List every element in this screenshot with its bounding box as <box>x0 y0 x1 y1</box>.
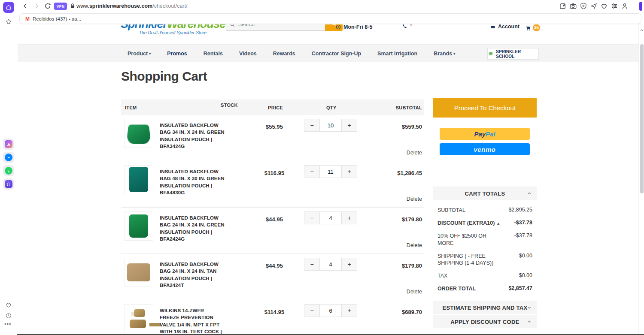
podcasts-icon[interactable] <box>3 178 14 190</box>
product-name[interactable]: INSULATED BACKFLOW BAG 24 IN. X 24 IN. T… <box>160 261 225 289</box>
phone-icon <box>402 24 408 30</box>
favorites-heart-icon[interactable] <box>3 299 14 311</box>
reload-icon[interactable] <box>44 2 52 10</box>
profile-icon[interactable] <box>621 2 629 10</box>
browser-tab[interactable]: M Recibidos (437) - aa... <box>19 13 641 24</box>
search-input[interactable] <box>238 24 303 27</box>
account-link[interactable]: Account <box>490 24 519 30</box>
adblock-shield-icon[interactable] <box>580 2 587 10</box>
back-icon[interactable] <box>21 2 29 10</box>
whatsapp-icon[interactable] <box>3 165 14 176</box>
totals-value: $2,895.25 <box>508 207 532 214</box>
page-scrollbar[interactable] <box>638 24 644 335</box>
url-bar[interactable]: www.sprinklerwarehouse.com/checkout/cart… <box>76 3 187 9</box>
cart-totals-header[interactable]: CART TOTALS <box>433 187 537 200</box>
product-name[interactable]: INSULATED BACKFLOW BAG 24 IN. X 24 IN. G… <box>160 214 225 242</box>
qty-decrease-button[interactable]: − <box>304 211 320 224</box>
messenger-icon[interactable] <box>3 152 14 163</box>
history-clock-icon[interactable] <box>3 310 14 321</box>
delete-link[interactable]: Delete <box>407 196 422 202</box>
apply-discount-header[interactable]: APPLY DISCOUNT CODE <box>433 315 537 328</box>
product-name[interactable]: WILKINS 14-ZWFR FREEZE PREVENTION VALVE … <box>160 307 225 335</box>
app-icon-arc[interactable] <box>3 139 14 150</box>
totals-label: SHIPPING ( - FREE SHIPPING (1-4 DAYS))▲ <box>437 253 502 267</box>
delete-link[interactable]: Delete <box>407 150 422 156</box>
product-subtotal: $179.80 <box>402 263 422 269</box>
quantity-stepper: − + <box>304 258 357 271</box>
sprinkler-school-badge[interactable]: SPRINKLER SCHOOL <box>487 48 539 60</box>
delete-link[interactable]: Delete <box>407 242 422 248</box>
totals-value: -$37.78 <box>514 232 532 247</box>
qty-increase-button[interactable]: + <box>341 304 357 317</box>
totals-label: 10% OFF $2500 OR MORE▲ <box>437 232 502 247</box>
estimate-shipping-header[interactable]: ESTIMATE SHIPPING AND TAX <box>433 301 537 314</box>
nav-item-rentals[interactable]: Rentals <box>204 51 223 57</box>
qty-increase-button[interactable]: + <box>341 165 357 178</box>
product-price: $44.95 <box>259 263 289 269</box>
qty-decrease-button[interactable]: − <box>304 304 320 317</box>
proceed-to-checkout-button[interactable]: Proceed To Checkout <box>433 98 537 118</box>
nav-item-videos[interactable]: Videos <box>239 51 257 57</box>
qty-input[interactable] <box>320 304 341 317</box>
product-image-teal-bag[interactable] <box>124 165 153 194</box>
qty-decrease-button[interactable]: − <box>304 119 320 132</box>
product-name[interactable]: INSULATED BACKFLOW BAG 48 IN. X 30 IN. G… <box>160 168 225 196</box>
phone-contact[interactable]: '' <box>402 24 412 30</box>
product-subtotal: $1,286.45 <box>397 170 422 176</box>
screen: ••• VPN www.sprinklerwarehouse.com/check… <box>0 0 644 335</box>
page-title: Shopping Cart <box>121 69 207 84</box>
site-search <box>226 24 325 31</box>
cart-link[interactable] <box>525 24 532 31</box>
easy-setup-icon[interactable] <box>611 2 618 10</box>
nav-item-promos[interactable]: Promos <box>167 51 187 57</box>
sidebar-toggle-pill[interactable] <box>639 2 642 11</box>
totals-label: DISCOUNT (EXTRA10)▲ <box>437 220 502 227</box>
website-viewport: SprinklerWarehouse The Do-It-Yourself Sp… <box>18 24 638 335</box>
product-price: $116.95 <box>259 170 289 176</box>
product-image-green-bag[interactable] <box>124 211 153 241</box>
site-logo[interactable]: SprinklerWarehouse The Do-It-Yourself Sp… <box>121 24 207 35</box>
product-image-green-pouch[interactable] <box>124 119 153 148</box>
qty-input[interactable] <box>320 165 341 178</box>
qty-input[interactable] <box>320 258 341 271</box>
scrollbar-thumb[interactable] <box>640 44 644 193</box>
more-options-icon[interactable]: ••• <box>4 321 12 327</box>
star-icon[interactable] <box>3 16 14 27</box>
nav-item-rewards[interactable]: Rewards <box>273 51 295 57</box>
compose-icon[interactable] <box>559 2 567 10</box>
product-price: $55.95 <box>259 124 289 130</box>
qty-input[interactable] <box>320 119 341 132</box>
totals-label: SUBTOTAL▲ <box>437 207 502 214</box>
nav-item-smart-irrigation[interactable]: Smart Irrigation <box>377 51 417 57</box>
qty-increase-button[interactable]: + <box>341 119 357 132</box>
product-image-brass-valve[interactable] <box>124 304 153 333</box>
qty-input[interactable] <box>320 211 341 224</box>
venmo-button[interactable]: venmo <box>440 143 530 155</box>
forward-icon[interactable] <box>33 2 40 10</box>
product-image-tan-bag[interactable] <box>124 258 153 287</box>
scroll-up-icon[interactable] <box>640 26 644 34</box>
chevron-up-icon[interactable]: ▲ <box>496 221 500 226</box>
vpn-badge[interactable]: VPN <box>54 3 67 10</box>
product-subtotal: $179.80 <box>402 216 422 223</box>
qty-decrease-button[interactable]: − <box>304 165 320 178</box>
qty-increase-button[interactable]: + <box>341 211 357 224</box>
browser-topbar: VPN www.sprinklerwarehouse.com/checkout/… <box>17 0 644 12</box>
qty-increase-button[interactable]: + <box>341 258 357 271</box>
lock-icon[interactable] <box>70 3 76 9</box>
home-icon[interactable] <box>3 2 14 13</box>
nav-item-brands[interactable]: Brands <box>434 51 452 57</box>
camera-icon[interactable] <box>569 2 577 10</box>
cart-icon <box>525 24 532 31</box>
nav-item-contractor-sign-up[interactable]: Contractor Sign-Up <box>312 51 361 57</box>
send-icon[interactable] <box>590 2 598 10</box>
product-name[interactable]: INSULATED BACKFLOW BAG 34 IN. X 24 IN. G… <box>160 122 225 150</box>
nav-item-product[interactable]: Product <box>128 51 148 57</box>
delete-link[interactable]: Delete <box>407 289 422 295</box>
cart-totals-list: SUBTOTAL▲ $2,895.25 DISCOUNT (EXTRA10)▲ … <box>433 200 537 298</box>
bookmark-heart-icon[interactable] <box>600 2 608 10</box>
account-icon <box>490 24 496 30</box>
qty-decrease-button[interactable]: − <box>304 258 320 271</box>
cart-item-row: INSULATED BACKFLOW BAG 34 IN. X 24 IN. G… <box>121 115 424 161</box>
paypal-button[interactable]: PayPal <box>440 128 530 140</box>
